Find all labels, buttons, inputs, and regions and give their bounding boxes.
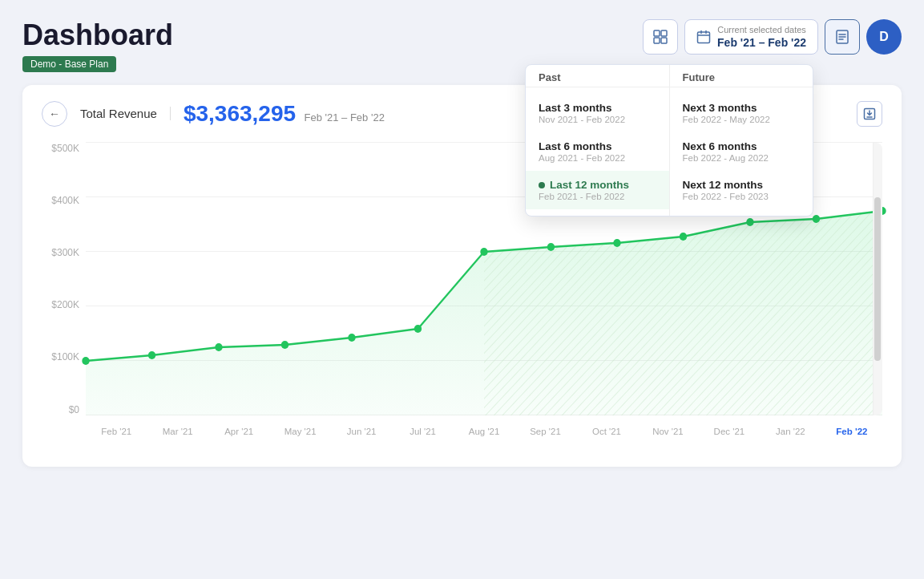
card-title: Total Revenue: [80, 107, 171, 120]
back-arrow-icon: ←: [49, 107, 60, 120]
svg-rect-4: [698, 32, 710, 43]
dot-may21: [281, 341, 288, 349]
next-6-months-range: Feb 2022 - Aug 2022: [683, 153, 801, 163]
x-label-aug21: Aug '21: [454, 427, 514, 436]
date-range-small-label: Current selected dates: [717, 25, 806, 35]
dropdown-body: Last 3 months Nov 2021 - Feb 2022 Last 6…: [526, 87, 813, 216]
scrollbar-thumb: [874, 197, 881, 361]
svg-rect-1: [661, 30, 667, 36]
dot-mar21: [148, 351, 155, 359]
past-column-title: Past: [526, 65, 670, 87]
last-12-months-option[interactable]: Last 12 months Feb 2021 - Feb 2022: [526, 171, 669, 209]
download-button[interactable]: [857, 101, 882, 127]
last-6-months-label: Last 6 months: [539, 140, 656, 152]
page-header: Dashboard Demo - Base Plan Current selec…: [22, 19, 902, 72]
table-icon: [652, 29, 668, 45]
y-label-500k: $500K: [42, 143, 86, 154]
toolbar: Current selected dates Feb '21 – Feb '22…: [643, 19, 902, 55]
dot-jul21: [414, 325, 422, 333]
back-button[interactable]: ←: [42, 101, 67, 127]
date-range-dropdown: Past Future Last 3 months Nov 2021 - Feb…: [525, 64, 813, 217]
dot-feb21: [82, 357, 89, 365]
card-date-range: Feb '21 – Feb '22: [305, 111, 385, 123]
date-range-main-label: Feb '21 – Feb '22: [717, 36, 806, 49]
report-view-button[interactable]: [825, 19, 860, 55]
dot-oct21: [613, 239, 620, 247]
future-column-title: Future: [670, 65, 813, 87]
last-3-months-option[interactable]: Last 3 months Nov 2021 - Feb 2022: [526, 94, 669, 132]
x-label-nov21: Nov '21: [637, 427, 698, 436]
x-axis: Feb '21 Mar '21 Apr '21 May '21 Jun '21 …: [86, 415, 882, 447]
x-label-jan22: Jan '22: [760, 427, 821, 436]
dot-sep21: [547, 243, 555, 251]
amount-section: $3,363,295 Feb '21 – Feb '22: [184, 101, 385, 127]
last-6-months-option[interactable]: Last 6 months Aug 2021 - Feb 2022: [526, 132, 669, 171]
dot-aug21: [480, 248, 487, 256]
past-options: Last 3 months Nov 2021 - Feb 2022 Last 6…: [526, 87, 669, 216]
dot-jan22: [813, 215, 820, 223]
x-label-sep21: Sep '21: [514, 427, 575, 436]
selected-dot: [539, 182, 545, 188]
x-label-jun21: Jun '21: [331, 427, 392, 436]
report-icon: [834, 29, 850, 45]
x-label-mar21: Mar '21: [147, 427, 208, 436]
avatar-letter: D: [879, 30, 889, 44]
chart-scrollbar[interactable]: [873, 143, 882, 415]
last-12-months-range: Feb 2021 - Feb 2022: [539, 192, 656, 201]
y-label-100k: $100K: [42, 351, 86, 362]
next-3-months-label: Next 3 months: [683, 102, 801, 114]
svg-rect-3: [661, 38, 667, 43]
calendar-icon: [696, 30, 711, 44]
download-icon: [863, 107, 876, 120]
next-3-months-option[interactable]: Next 3 months Feb 2022 - May 2022: [670, 94, 813, 132]
table-view-button[interactable]: [643, 19, 678, 55]
x-label-oct21: Oct '21: [576, 427, 637, 436]
dot-apr21: [215, 343, 222, 351]
title-section: Dashboard Demo - Base Plan: [22, 19, 173, 72]
next-6-months-label: Next 6 months: [683, 140, 801, 152]
next-12-months-label: Next 12 months: [683, 179, 801, 191]
next-12-months-range: Feb 2022 - Feb 2023: [683, 192, 801, 201]
card-amount: $3,363,295: [184, 101, 296, 126]
x-label-feb21: Feb '21: [86, 427, 147, 436]
svg-rect-0: [654, 30, 660, 36]
x-label-may21: May '21: [269, 427, 330, 436]
date-range-button[interactable]: Current selected dates Feb '21 – Feb '22: [684, 19, 818, 54]
last-3-months-label: Last 3 months: [539, 102, 656, 114]
y-label-400k: $400K: [42, 195, 86, 206]
y-label-200k: $200K: [42, 299, 86, 310]
y-axis: $0 $100K $200K $300K $400K $500K: [42, 143, 86, 415]
next-3-months-range: Feb 2022 - May 2022: [683, 115, 801, 124]
page-title: Dashboard: [22, 19, 173, 51]
x-label-dec21: Dec '21: [699, 427, 760, 436]
next-6-months-option[interactable]: Next 6 months Feb 2022 - Aug 2022: [670, 132, 813, 171]
y-label-0: $0: [42, 404, 86, 415]
last-12-months-label: Last 12 months: [539, 179, 656, 191]
last-6-months-range: Aug 2021 - Feb 2022: [539, 153, 656, 163]
next-12-months-option[interactable]: Next 12 months Feb 2022 - Feb 2023: [670, 171, 813, 209]
y-label-300k: $300K: [42, 247, 86, 258]
future-options: Next 3 months Feb 2022 - May 2022 Next 6…: [669, 87, 813, 216]
svg-rect-2: [654, 38, 660, 43]
dot-nov21: [680, 233, 687, 241]
dot-dec21: [746, 218, 753, 226]
dropdown-header: Past Future: [526, 65, 813, 87]
chart-hatch-area: [484, 211, 882, 415]
plan-badge: Demo - Base Plan: [22, 56, 116, 72]
x-label-jul21: Jul '21: [392, 427, 453, 436]
x-label-apr21: Apr '21: [208, 427, 269, 436]
x-label-feb22: Feb '22: [821, 427, 882, 436]
user-avatar-button[interactable]: D: [866, 19, 902, 55]
last-3-months-range: Nov 2021 - Feb 2022: [539, 115, 656, 124]
date-range-label: Current selected dates Feb '21 – Feb '22: [717, 25, 806, 48]
dot-jun21: [348, 334, 355, 342]
card-actions: [857, 101, 882, 127]
